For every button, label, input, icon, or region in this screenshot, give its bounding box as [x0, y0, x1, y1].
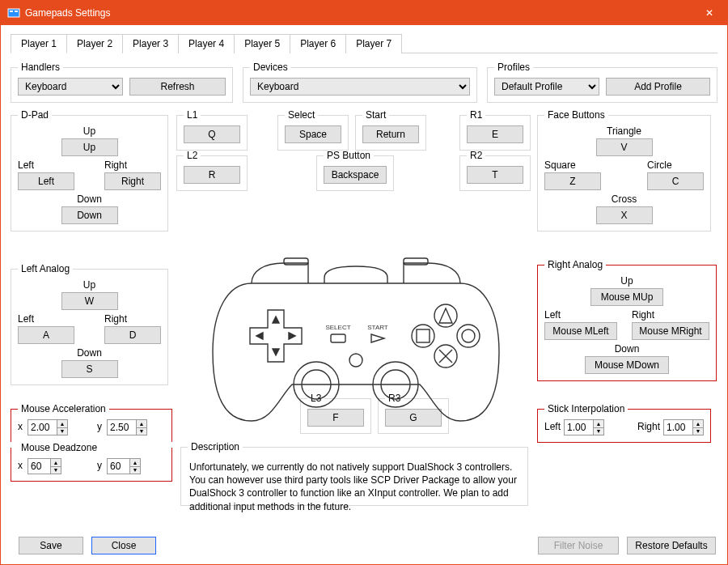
accel-y-down[interactable]: ▼ [136, 427, 147, 435]
face-cross-button[interactable]: X [596, 206, 653, 224]
la-right-button[interactable]: D [104, 326, 161, 344]
handlers-select[interactable]: Keyboard [18, 78, 123, 96]
client-area: Player 1Player 2Player 3Player 4Player 5… [1, 25, 727, 564]
tab-player-2[interactable]: Player 2 [66, 34, 123, 53]
dpad-right-button[interactable]: Right [104, 172, 161, 190]
restore-defaults-button[interactable]: Restore Defaults [627, 537, 716, 554]
interp-left-down[interactable]: ▼ [593, 427, 604, 435]
r2-button[interactable]: T [467, 166, 523, 184]
dpad-left-button[interactable]: Left [18, 172, 74, 190]
dpad-down-button[interactable]: Down [61, 206, 118, 224]
close-button[interactable]: Close [91, 537, 156, 554]
face-legend: Face Buttons [544, 109, 608, 121]
svg-point-13 [457, 325, 480, 347]
interp-left-spinner[interactable]: ▲▼ [564, 419, 604, 435]
interp-right-input[interactable] [663, 419, 692, 435]
svg-rect-18 [331, 334, 345, 342]
refresh-button[interactable]: Refresh [129, 78, 226, 96]
interp-right-up[interactable]: ▲ [692, 419, 704, 427]
face-circle-button[interactable]: C [647, 172, 704, 190]
dpad-group: D-Pad Up Up LeftLeft RightRight Down Dow… [11, 109, 168, 232]
ra-left-button[interactable]: Mouse MLeft [544, 322, 617, 340]
tab-player-6[interactable]: Player 6 [290, 34, 346, 53]
svg-rect-4 [404, 258, 428, 265]
filter-noise-button: Filter Noise [538, 537, 619, 554]
ra-down-button[interactable]: Mouse MDown [585, 356, 669, 374]
r1-button[interactable]: E [467, 125, 523, 143]
left-analog-legend: Left Analog [18, 263, 73, 274]
window: Gamepads Settings ✕ Player 1Player 2Play… [0, 0, 728, 565]
dpad-right-label: Right [104, 159, 127, 171]
face-triangle-button[interactable]: V [596, 138, 653, 156]
save-button[interactable]: Save [19, 537, 83, 554]
accel-x-down[interactable]: ▼ [57, 427, 68, 435]
l2-button[interactable]: R [184, 166, 240, 184]
dead-y-input[interactable] [107, 458, 129, 474]
mouse-dead-group: Mouse Deadzone x ▲▼ y ▲▼ [11, 442, 172, 482]
close-icon: ✕ [705, 7, 713, 19]
dead-x-up[interactable]: ▲ [50, 458, 61, 466]
tab-player-4[interactable]: Player 4 [178, 34, 235, 53]
face-square-button[interactable]: Z [544, 172, 601, 190]
app-icon [7, 6, 20, 19]
accel-x-label: x [18, 421, 23, 432]
dead-x-input[interactable] [28, 458, 50, 474]
start-button[interactable]: Return [362, 125, 419, 143]
ps-group: PS Button Backspace [316, 150, 394, 191]
accel-x-spinner[interactable]: ▲▼ [28, 419, 68, 435]
la-left-button[interactable]: A [18, 326, 74, 344]
dpad-left-label: Left [18, 159, 34, 171]
dead-y-down[interactable]: ▼ [129, 466, 141, 474]
interp-left-input[interactable] [564, 419, 593, 435]
l1-button[interactable]: Q [184, 125, 240, 143]
handlers-legend: Handlers [18, 62, 63, 73]
svg-marker-7 [256, 333, 263, 339]
la-down-button[interactable]: S [61, 360, 118, 378]
dpad-up-button[interactable]: Up [61, 138, 118, 156]
dead-x-down[interactable]: ▼ [50, 466, 61, 474]
interp-right-spinner[interactable]: ▲▼ [663, 419, 704, 435]
left-analog-group: Left Analog Up W LeftA RightD Down S [11, 263, 168, 385]
l2-group: L2 R [176, 150, 248, 191]
dead-x-spinner[interactable]: ▲▼ [28, 458, 61, 474]
tab-player-5[interactable]: Player 5 [234, 34, 290, 53]
profiles-select[interactable]: Default Profile [494, 78, 599, 96]
interp-left-label: Left [544, 421, 561, 432]
svg-rect-2 [15, 11, 18, 12]
tab-player-1[interactable]: Player 1 [11, 34, 67, 53]
ra-left-label: Left [544, 309, 561, 321]
dead-y-up[interactable]: ▲ [129, 458, 141, 466]
description-legend: Description [188, 441, 243, 452]
dpad-down-label: Down [77, 193, 102, 205]
svg-point-11 [412, 325, 434, 347]
l1-group: L1 Q [176, 109, 248, 151]
ps-button[interactable]: Backspace [324, 166, 387, 184]
profiles-group: Profiles Default Profile Add Profile [487, 62, 717, 103]
la-up-button[interactable]: W [61, 292, 118, 310]
ra-down-label: Down [615, 343, 640, 355]
description-group: Description Unfortunately, we currently … [180, 441, 528, 506]
devices-select[interactable]: Keyboard [250, 78, 470, 96]
accel-y-spinner[interactable]: ▲▼ [107, 419, 147, 435]
ps-legend: PS Button [324, 150, 374, 161]
accel-x-up[interactable]: ▲ [57, 419, 68, 427]
select-group: Select Space [277, 109, 349, 151]
accel-y-up[interactable]: ▲ [136, 419, 147, 427]
ra-up-button[interactable]: Mouse MUp [590, 288, 663, 306]
start-group: Start Return [355, 109, 426, 151]
tab-player-7[interactable]: Player 7 [345, 34, 402, 53]
close-window-button[interactable]: ✕ [691, 1, 727, 25]
right-analog-legend: Right Analog [544, 259, 606, 270]
accel-y-input[interactable] [107, 419, 136, 435]
tab-player-3[interactable]: Player 3 [122, 34, 179, 53]
controller-start-label: START [367, 324, 388, 331]
svg-marker-6 [273, 349, 279, 355]
add-profile-button[interactable]: Add Profile [606, 78, 710, 96]
accel-x-input[interactable] [28, 419, 57, 435]
dead-y-spinner[interactable]: ▲▼ [107, 458, 141, 474]
ra-right-button[interactable]: Mouse MRight [632, 322, 709, 340]
interp-right-down[interactable]: ▼ [692, 427, 704, 435]
select-button[interactable]: Space [285, 125, 341, 143]
interp-left-up[interactable]: ▲ [593, 419, 604, 427]
svg-rect-3 [284, 258, 308, 265]
